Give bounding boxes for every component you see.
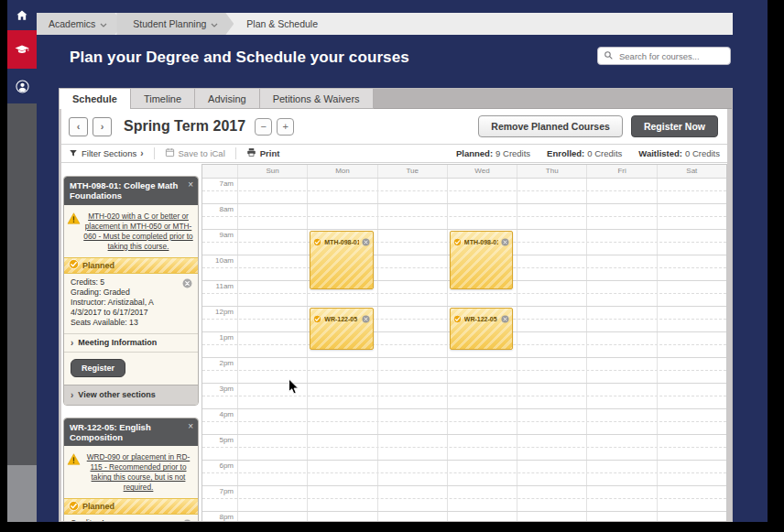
save-ical-label: Save to iCal: [179, 148, 225, 158]
meeting-label: Meeting Information: [78, 338, 157, 347]
user-icon: [15, 79, 30, 94]
course-title: WR-122-05: English Composition: [70, 422, 151, 442]
rail-bottom-panel: [7, 465, 37, 522]
calendar-event-mth-098-01[interactable]: MTH-098-01: [450, 231, 513, 289]
zoom-out-button[interactable]: −: [255, 118, 272, 136]
breadcrumb: Academics Student Planning Plan & Schedu…: [37, 13, 733, 35]
app-window: Academics Student Planning Plan & Schedu…: [7, 0, 768, 522]
remove-section-icon[interactable]: [182, 519, 192, 521]
chevron-down-icon: [211, 18, 218, 29]
planned-check-icon: [453, 310, 462, 327]
previous-term-button[interactable]: ‹: [69, 117, 88, 136]
term-row: ‹ › Spring Term 2017 − + Remove Planned …: [61, 109, 727, 144]
planned-check-icon: [313, 233, 321, 250]
status-label: Planned: [82, 261, 114, 270]
time-label: 5pm: [202, 435, 237, 460]
filter-sections-button[interactable]: Filter Sections ›: [69, 148, 144, 159]
tab-timeline[interactable]: Timeline: [131, 89, 195, 109]
breadcrumb-label: Plan & Schedule: [246, 18, 318, 29]
prerequisite-warning: MTH-020 with a C or better or placement …: [64, 205, 198, 257]
enrolled-credits: Enrolled: 0 Credits: [547, 148, 622, 158]
print-button[interactable]: Print: [246, 147, 280, 159]
time-label: 3pm: [202, 384, 237, 408]
day-header-tue: Tue: [377, 165, 447, 178]
chevron-down-icon: [100, 18, 107, 29]
home-button[interactable]: [7, 0, 37, 30]
breadcrumb-label: Student Planning: [133, 18, 206, 29]
time-label: 9am: [202, 230, 237, 255]
course-card-wr-122: WR-122-05: English Composition × WRD-090…: [63, 418, 199, 521]
view-other-sections-toggle[interactable]: › View other sections: [64, 385, 198, 405]
calendar-body: 7am8am9am10am11am12pm1pm2pm3pm4pm5pm6pm7…: [202, 178, 726, 521]
term-title: Spring Term 2017: [124, 118, 245, 135]
left-icon-rail: [7, 0, 37, 522]
register-button[interactable]: Register: [71, 359, 125, 377]
calendar-event-wr-122-05[interactable]: WR-122-05: [450, 308, 513, 350]
event-close-icon[interactable]: [501, 310, 509, 327]
course-search[interactable]: [597, 47, 731, 65]
prerequisite-link[interactable]: WRD-090 or placement in RD-115 - Recomme…: [83, 452, 193, 493]
planned-check-icon: [69, 259, 79, 271]
course-card-mth-098: MTH-098-01: College Math Foundations × M…: [63, 176, 199, 406]
prerequisite-warning: WRD-090 or placement in RD-115 - Recomme…: [64, 446, 198, 498]
day-header-fri: Fri: [586, 165, 656, 178]
course-card-header: WR-122-05: English Composition ×: [64, 418, 198, 447]
calendar-events-layer: MTH-098-01MTH-098-01WR-122-05WR-122-05: [237, 178, 726, 521]
event-label: WR-122-05: [324, 316, 358, 322]
register-now-button[interactable]: Register Now: [631, 115, 718, 137]
breadcrumb-academics[interactable]: Academics: [37, 13, 123, 35]
planned-check-icon: [313, 310, 321, 327]
prerequisite-link[interactable]: MTH-020 with a C or better or placement …: [83, 212, 193, 252]
save-to-ical-button[interactable]: Save to iCal: [165, 147, 225, 159]
schedule-tab-content: ‹ › Spring Term 2017 − + Remove Planned …: [61, 109, 727, 521]
tab-advising[interactable]: Advising: [195, 89, 260, 109]
home-icon: [15, 8, 29, 23]
planned-check-icon: [453, 233, 462, 250]
time-label: 7am: [202, 179, 237, 203]
course-details: Credits: 4 Grading: Graded Instructor: W…: [64, 515, 198, 521]
remove-section-icon[interactable]: [182, 278, 192, 291]
time-label: 4pm: [202, 409, 237, 434]
day-header-sat: Sat: [657, 165, 726, 178]
planned-credits: Planned: 9 Credits: [456, 148, 530, 158]
printer-icon: [246, 147, 256, 159]
calendar-event-wr-122-05[interactable]: WR-122-05: [310, 308, 373, 350]
page-title: Plan your Degree and Schedule your cours…: [70, 35, 409, 81]
meeting-information-toggle[interactable]: › Meeting Information: [64, 333, 198, 352]
chevron-right-icon: ›: [140, 148, 143, 158]
remove-planned-courses-button[interactable]: Remove Planned Courses: [478, 115, 623, 137]
time-label: 1pm: [202, 332, 237, 357]
day-header-mon: Mon: [307, 165, 376, 178]
chevron-right-icon: ›: [71, 338, 73, 348]
time-label: 8pm: [202, 512, 237, 521]
event-close-icon[interactable]: [501, 233, 509, 250]
time-label: 11am: [202, 281, 237, 306]
credits-line: Credits: 4: [71, 519, 181, 521]
warning-icon: [67, 212, 81, 228]
credits-line: Credits: 5: [71, 278, 181, 288]
time-label: 10am: [202, 255, 237, 280]
event-close-icon[interactable]: [362, 310, 370, 327]
warning-icon: [67, 452, 81, 469]
calendar-event-mth-098-01[interactable]: MTH-098-01: [310, 231, 373, 289]
tabbar: Schedule Timeline Advising Petitions & W…: [60, 89, 732, 109]
next-term-button[interactable]: ›: [93, 117, 112, 136]
user-profile-button[interactable]: [7, 69, 37, 103]
graduation-cap-icon: [14, 41, 30, 58]
instructor-line: Instructor: Aristizabal, A: [71, 299, 181, 308]
breadcrumb-label: Academics: [49, 18, 95, 29]
view-other-sections-label: View other sections: [78, 390, 155, 399]
breadcrumb-student-planning[interactable]: Student Planning: [116, 13, 234, 35]
grading-line: Grading: Graded: [71, 288, 181, 298]
zoom-in-button[interactable]: +: [277, 118, 294, 136]
tab-schedule[interactable]: Schedule: [60, 89, 131, 109]
close-icon[interactable]: ×: [188, 179, 193, 190]
search-input[interactable]: [617, 50, 724, 62]
event-close-icon[interactable]: [362, 233, 370, 250]
time-label: 2pm: [202, 358, 237, 383]
calendar-icon: [165, 147, 175, 159]
event-label: MTH-098-01: [324, 239, 358, 245]
close-icon[interactable]: ×: [188, 421, 193, 432]
tab-petitions-waivers[interactable]: Petitions & Waivers: [260, 89, 374, 109]
student-planning-nav-button[interactable]: [7, 30, 37, 69]
